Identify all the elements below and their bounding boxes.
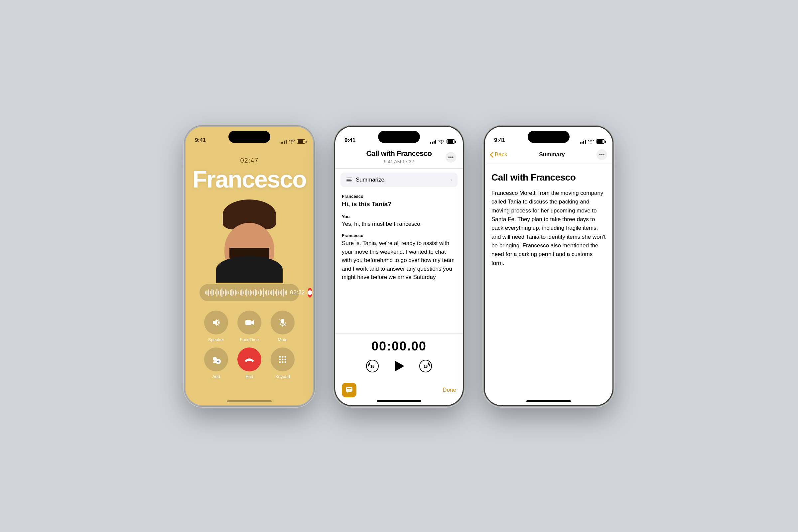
call-buttons-top: Speaker FaceTime [204,310,294,342]
status-time-1: 9:41 [195,137,206,144]
summarize-button[interactable]: Summarize › [341,173,457,187]
svg-point-17 [285,361,286,363]
keypad-button[interactable] [271,347,294,372]
wifi-icon-1 [289,140,294,144]
svg-point-14 [285,359,286,360]
caller-name: Francesco [192,166,306,193]
svg-point-13 [282,359,284,360]
memoji-body [216,256,283,283]
svg-point-12 [279,359,281,360]
svg-text:+: + [217,359,220,364]
message-text-3: Sure is. Tania, we're all ready to assis… [342,239,456,282]
skip-forward-button[interactable]: 15 [418,359,433,374]
summary-screen: Back Summary ••• Call with Francesco Fra… [485,127,612,405]
speaker-1: Francesco [342,194,456,199]
transcript-chat-button[interactable] [342,383,357,397]
svg-point-9 [279,356,281,358]
playback-timer: 00:00.00 [372,339,426,354]
dynamic-island-2 [378,131,420,143]
add-label: Add [212,374,220,379]
speaker-group: Speaker [204,310,228,342]
summary-more-button[interactable]: ••• [596,149,607,160]
play-button[interactable] [392,359,406,374]
home-indicator-1 [227,400,272,402]
back-label: Back [495,151,507,158]
svg-point-8 [213,357,217,361]
dynamic-island [228,131,270,143]
svg-marker-24 [395,361,404,372]
summarize-chevron-icon: › [451,177,452,183]
facetime-button[interactable] [238,310,261,335]
keypad-label: Keypad [275,374,290,379]
back-chevron-icon [490,152,493,158]
back-button[interactable]: Back [490,151,507,158]
transcript-content: Francesco Hi, is this Tania? You Yes, hi… [335,191,463,334]
avatar [209,196,289,276]
skip-back-button[interactable]: 15 [365,359,380,374]
summary-title: Call with Francesco [491,172,606,183]
dynamic-island-3 [528,131,570,143]
svg-point-10 [282,356,284,358]
record-indicator [307,290,312,295]
phone-transcript-screen: 9:41 Call with Francesco 9:41 AM 17:32 •… [334,126,464,406]
svg-point-15 [279,361,281,363]
transcript-title: Call with Francesco [335,149,463,158]
speaker-button[interactable] [204,310,228,335]
record-button[interactable] [307,288,312,298]
facetime-group: FaceTime [238,310,261,342]
phone-call-screen: 9:41 02:47 Francesco [185,126,314,406]
svg-text:15: 15 [370,364,374,368]
message-text-2: Yes, hi, this must be Francesco. [342,220,456,228]
skip-back-icon: 15 [366,359,379,373]
svg-marker-2 [251,320,254,325]
keypad-icon [278,355,287,364]
status-icons-2 [430,139,455,144]
svg-rect-27 [346,387,353,392]
battery-icon-1 [297,139,305,144]
done-button[interactable]: Done [442,387,456,393]
keypad-group: Keypad [271,347,294,379]
message-3: Francesco Sure is. Tania, we're all read… [342,233,456,282]
playback-section: 00:00.00 15 [335,334,463,379]
facetime-icon [245,318,254,327]
phone-summary-screen: 9:41 Back Summary • [484,126,613,406]
signal-icon-3 [580,140,586,144]
skip-forward-icon: 15 [419,359,432,373]
signal-icon-1 [281,140,287,144]
waveform-time: 02:32 [290,289,305,296]
speaker-label: Speaker [208,337,224,342]
status-icons-3 [580,139,605,144]
summarize-icon [346,176,353,183]
end-call-icon [244,356,255,363]
message-2: You Yes, hi, this must be Francesco. [342,214,456,228]
more-options-button[interactable]: ••• [445,152,456,163]
svg-rect-1 [245,320,251,325]
battery-icon-2 [446,139,455,144]
mute-label: Mute [278,337,288,342]
message-1: Francesco Hi, is this Tania? [342,194,456,209]
playback-controls: 15 15 [365,359,433,374]
svg-text:15: 15 [424,364,428,368]
status-icons-1 [281,139,305,144]
svg-rect-18 [346,177,352,178]
svg-rect-21 [346,182,350,182]
svg-rect-20 [346,180,351,181]
speaker-3: Francesco [342,233,456,238]
summarize-label: Summarize [356,176,451,183]
wifi-icon-2 [439,140,444,144]
add-button[interactable]: + [204,347,228,372]
svg-point-11 [285,356,286,358]
end-call-button[interactable] [238,347,261,372]
message-text-1: Hi, is this Tania? [342,200,456,209]
waveform-bar: 02:32 [200,284,299,301]
wifi-icon-3 [588,140,594,144]
status-time-3: 9:41 [494,137,505,144]
mute-group: Mute [271,310,294,342]
home-indicator-3 [526,400,571,402]
mute-button[interactable] [271,310,294,335]
speaker-icon [211,318,221,327]
summary-content: Call with Francesco Francesco Moretti fr… [485,164,612,405]
call-buttons-bottom: + Add End [204,347,294,379]
mute-icon [278,318,287,327]
play-icon [392,359,406,374]
